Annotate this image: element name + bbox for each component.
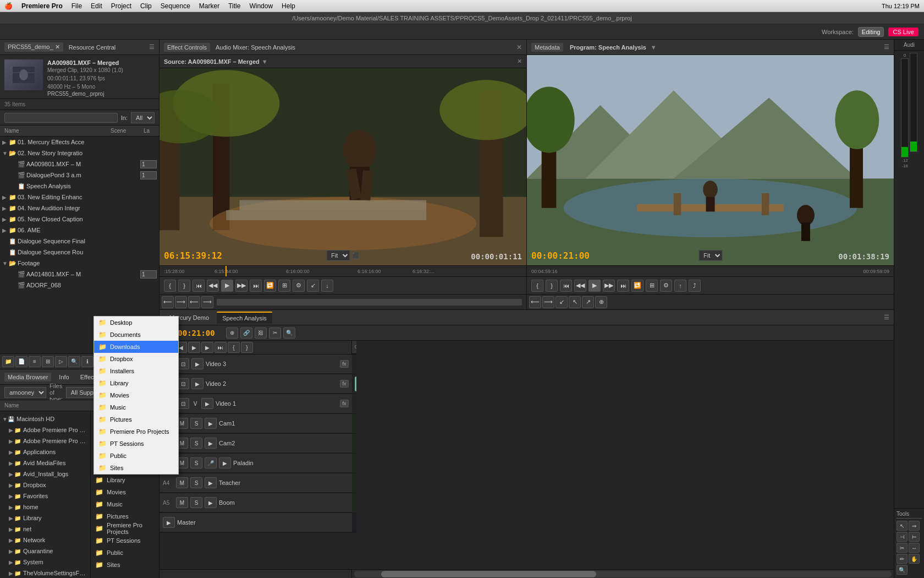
source-step-back[interactable]: ◀◀ bbox=[207, 280, 219, 292]
source-mark-out[interactable]: } bbox=[178, 280, 190, 292]
dd-premiere-projects[interactable]: 📁 Premiere Pro Projects bbox=[94, 426, 178, 438]
selection-tool[interactable]: ↖ bbox=[897, 521, 908, 531]
ripple-edit-tool[interactable]: ⊣ bbox=[897, 532, 908, 542]
tree-item-05[interactable]: ▶ 📁 05. New Closed Caption bbox=[0, 214, 159, 225]
source-play[interactable]: ▶ bbox=[221, 280, 233, 292]
prog-play[interactable]: ▶ bbox=[588, 280, 601, 292]
track-master-arrow[interactable]: ▶ bbox=[163, 517, 175, 528]
track-a1-solo[interactable]: S bbox=[190, 418, 202, 429]
tree-favorites[interactable]: ▶ 📁 Favorites bbox=[0, 490, 90, 501]
prog-step-fwd[interactable]: ▶▶ bbox=[603, 280, 615, 292]
speech-analysis-tab[interactable]: Speech Analysis bbox=[217, 312, 272, 324]
source-goto-in[interactable]: ⏮ bbox=[193, 280, 205, 292]
tree-item-dialogue-seq-final[interactable]: 📋 Dialogue Sequence Final bbox=[0, 236, 159, 247]
file-pt-sessions[interactable]: 📁 PT Sessions bbox=[91, 535, 159, 547]
info-button[interactable]: ℹ bbox=[81, 356, 94, 367]
track-select-tool[interactable]: ⇒ bbox=[909, 521, 920, 531]
prog-loop[interactable]: 🔁 bbox=[631, 280, 644, 292]
tree-network[interactable]: ▶ 📁 Network bbox=[0, 535, 90, 546]
src-btn2[interactable]: ⟶ bbox=[175, 296, 187, 308]
tl-goto-end[interactable]: ⏭ bbox=[215, 342, 227, 353]
timeline-scrollbar-track[interactable] bbox=[354, 571, 892, 577]
tree-avid-media[interactable]: ▶ 📁 Avid MediaFiles bbox=[0, 457, 90, 468]
file-movies[interactable]: 📁 Movies bbox=[91, 486, 159, 498]
menu-file[interactable]: File bbox=[72, 2, 82, 10]
source-goto-out[interactable]: ⏭ bbox=[250, 280, 262, 292]
hand-tool[interactable]: ✋ bbox=[909, 554, 920, 564]
tree-item-01[interactable]: ▶ 📁 01. Mercury Effects Acce bbox=[0, 137, 159, 148]
prog-btn3[interactable]: ↙ bbox=[556, 296, 568, 308]
audio-mixer-tab[interactable]: Audio Mixer: Speech Analysis bbox=[212, 43, 299, 52]
menu-help[interactable]: Help bbox=[282, 2, 295, 10]
dd-pictures[interactable]: 📁 Pictures bbox=[94, 413, 178, 426]
source-step-fwd[interactable]: ▶▶ bbox=[235, 280, 248, 292]
media-browser-tab[interactable]: Media Browser bbox=[4, 373, 51, 381]
dd-documents[interactable]: 📁 Documents bbox=[94, 329, 178, 341]
prog-btn6[interactable]: ⊕ bbox=[595, 296, 607, 308]
tl-btn-link[interactable]: ⛓ bbox=[255, 328, 267, 339]
list-view-button[interactable]: ≡ bbox=[29, 356, 41, 367]
track-a4-arrow[interactable]: ▶ bbox=[205, 477, 217, 488]
file-music[interactable]: 📁 Music bbox=[91, 498, 159, 510]
prog-step-back[interactable]: ◀◀ bbox=[574, 280, 586, 292]
dd-movies[interactable]: 📁 Movies bbox=[94, 389, 178, 401]
tree-item-dialoguepond[interactable]: 🎬 DialoguePond 3 a.m bbox=[0, 170, 159, 181]
prog-goto-out[interactable]: ⏭ bbox=[617, 280, 629, 292]
track-v2-arrow[interactable]: ▶ bbox=[191, 378, 204, 389]
tree-item-footage[interactable]: ▼ 📂 Footage bbox=[0, 258, 159, 269]
file-premiere-projects[interactable]: 📁 Premiere Pro Projects bbox=[91, 522, 159, 535]
find-button[interactable]: 🔍 bbox=[68, 356, 80, 367]
track-a4-solo[interactable]: S bbox=[190, 477, 202, 488]
tree-library[interactable]: ▶ 📁 Library bbox=[0, 512, 90, 524]
resource-central-tab[interactable]: Resource Central bbox=[65, 43, 119, 52]
prog-btn4[interactable]: ↖ bbox=[569, 296, 581, 308]
tree-avid-logs[interactable]: ▶ 📁 Avid_Install_logs bbox=[0, 468, 90, 479]
tree-item-speech-analysis[interactable]: 📋 Speech Analysis bbox=[0, 181, 159, 192]
tree-item-04[interactable]: ▶ 📁 04. New Audition Integr bbox=[0, 203, 159, 214]
source-close-icon[interactable]: ✕ bbox=[517, 58, 522, 65]
track-a2-solo[interactable]: S bbox=[190, 438, 202, 449]
metadata-tab[interactable]: Metadata bbox=[531, 43, 563, 52]
prog-btn2[interactable]: ⟶ bbox=[542, 296, 554, 308]
tree-item-06[interactable]: ▶ 📁 06. AME bbox=[0, 225, 159, 236]
track-v1-arrow[interactable]: ▶ bbox=[201, 398, 213, 409]
source-mark-in[interactable]: { bbox=[164, 280, 176, 292]
tree-item-aa009801[interactable]: 🎬 AA009801.MXF – M bbox=[0, 159, 159, 170]
program-menu-icon[interactable]: ☰ bbox=[884, 43, 889, 51]
track-v3-arrow[interactable]: ▶ bbox=[191, 358, 204, 369]
dd-public[interactable]: 📁 Public bbox=[94, 450, 178, 462]
prog-safe-frame[interactable]: ⊞ bbox=[646, 280, 658, 292]
tree-item-02[interactable]: ▼ 📂 02. New Story Integratio bbox=[0, 148, 159, 159]
source-scrollbar[interactable] bbox=[217, 299, 522, 306]
track-a5-arrow[interactable]: ▶ bbox=[205, 497, 217, 508]
track-a5-mute[interactable]: M bbox=[176, 497, 188, 508]
tree-home[interactable]: ▶ 📁 home bbox=[0, 501, 90, 512]
menu-window[interactable]: Window bbox=[249, 2, 273, 10]
dd-pt-sessions[interactable]: 📁 PT Sessions bbox=[94, 438, 178, 450]
prog-goto-in[interactable]: ⏮ bbox=[560, 280, 572, 292]
track-a5-solo[interactable]: S bbox=[190, 497, 202, 508]
project-tab[interactable]: PRCS55_demo_ ✕ bbox=[4, 42, 63, 52]
track-v2-sync[interactable]: ⊡ bbox=[177, 378, 189, 389]
new-bin-button[interactable]: 📁 bbox=[2, 356, 14, 367]
app-name[interactable]: Premiere Pro bbox=[21, 2, 63, 10]
file-pictures[interactable]: 📁 Pictures bbox=[91, 510, 159, 522]
dd-sites[interactable]: 📁 Sites bbox=[94, 462, 178, 474]
dd-installers[interactable]: 📁 Installers bbox=[94, 365, 178, 377]
src-btn1[interactable]: ⟵ bbox=[162, 296, 174, 308]
menu-title[interactable]: Title bbox=[228, 2, 240, 10]
dd-desktop[interactable]: 📁 Desktop bbox=[94, 317, 178, 329]
track-v1-fx[interactable]: fx bbox=[340, 400, 349, 407]
tl-step-fwd[interactable]: ▶ bbox=[201, 342, 213, 353]
tree-adobe-auto[interactable]: ▶ 📁 Adobe Premiere Pro Auto... bbox=[0, 424, 90, 435]
file-library[interactable]: 📁 Library bbox=[91, 474, 159, 486]
program-dropdown-arrow[interactable]: ▼ bbox=[651, 44, 657, 51]
workspace-select[interactable]: Editing bbox=[858, 27, 884, 37]
rolling-edit-tool[interactable]: ⊢ bbox=[909, 532, 920, 542]
tree-item-adorf068[interactable]: 🎬 ADORF_068 bbox=[0, 280, 159, 291]
effect-controls-tab[interactable]: Effect Controls bbox=[164, 43, 210, 52]
program-fit-select[interactable]: Fit bbox=[698, 250, 722, 261]
menu-marker[interactable]: Marker bbox=[199, 2, 219, 10]
source-monitor-close[interactable]: ✕ bbox=[516, 43, 522, 51]
dd-downloads[interactable]: 📁 Downloads bbox=[94, 341, 178, 353]
